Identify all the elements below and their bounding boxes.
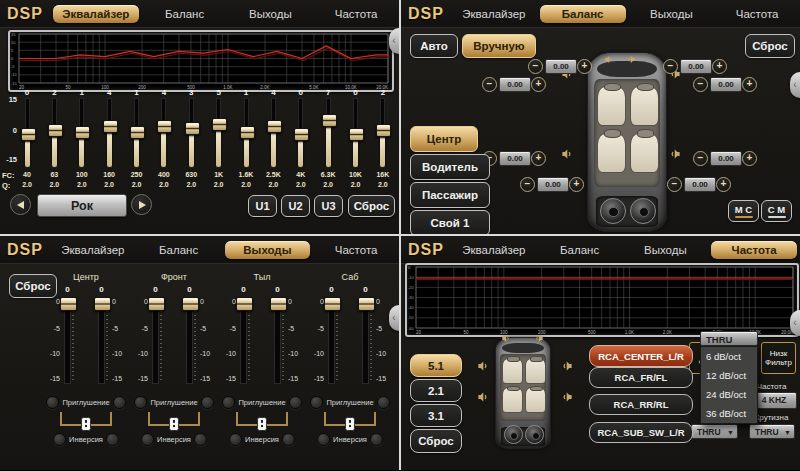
- mute-checkbox-left[interactable]: [134, 396, 147, 409]
- slider-knob[interactable]: [294, 128, 309, 141]
- mode-button-5-1[interactable]: 5.1: [410, 354, 462, 377]
- output-slider[interactable]: 0: [358, 285, 373, 389]
- tab-balance[interactable]: Баланс: [142, 3, 228, 25]
- output-slider[interactable]: 0: [236, 285, 251, 389]
- invert-checkbox-right[interactable]: [282, 433, 295, 446]
- output-slider[interactable]: 0: [182, 285, 197, 389]
- tab-frequency[interactable]: Частота: [313, 3, 399, 25]
- cm-button[interactable]: C M: [761, 200, 792, 222]
- slider-knob[interactable]: [185, 122, 200, 135]
- eq-band-slider[interactable]: [15, 99, 39, 167]
- tab-equalizer[interactable]: Эквалайзер: [451, 3, 537, 25]
- eq-band-slider[interactable]: [97, 99, 121, 167]
- memory-button-u2[interactable]: U2: [281, 195, 310, 217]
- tab-frequency[interactable]: Частота: [714, 3, 800, 25]
- slider-knob[interactable]: [148, 297, 165, 311]
- balance-manual-button[interactable]: Вручную: [462, 34, 536, 58]
- slider-knob[interactable]: [21, 128, 36, 141]
- drawer-handle[interactable]: ‹: [389, 28, 399, 54]
- balance-preset-passenger[interactable]: Пассажир: [410, 182, 490, 208]
- mute-checkbox-left[interactable]: [310, 396, 323, 409]
- eq-band-slider[interactable]: [125, 99, 149, 167]
- slider-knob[interactable]: [130, 126, 145, 139]
- eq-band-slider[interactable]: [289, 99, 313, 167]
- balance-preset-custom[interactable]: Свой 1: [410, 210, 490, 234]
- eq-band-slider[interactable]: [344, 99, 368, 167]
- plus-button[interactable]: +: [577, 59, 592, 74]
- plus-button[interactable]: +: [712, 59, 727, 74]
- drawer-handle[interactable]: ‹: [790, 310, 800, 336]
- tab-equalizer[interactable]: Эквалайзер: [451, 239, 537, 261]
- output-slider-zone[interactable]: [94, 297, 109, 383]
- slider-knob[interactable]: [240, 126, 255, 139]
- invert-checkbox-right[interactable]: [370, 433, 383, 446]
- slider-knob[interactable]: [358, 297, 375, 311]
- rca-channel-button[interactable]: RCA_FR/FL: [589, 367, 693, 388]
- output-slider-zone[interactable]: [270, 297, 285, 383]
- minus-button[interactable]: −: [667, 177, 682, 192]
- mc-button[interactable]: M C: [728, 200, 759, 222]
- memory-button-u3[interactable]: U3: [314, 195, 343, 217]
- balance-preset-center[interactable]: Центр: [410, 126, 478, 152]
- slope-dropdown-selected[interactable]: THRU: [700, 331, 758, 346]
- slider-knob[interactable]: [75, 126, 90, 139]
- plus-button[interactable]: +: [742, 151, 757, 166]
- eq-reset-button[interactable]: Сброс: [348, 195, 395, 217]
- output-slider[interactable]: 0: [94, 285, 109, 389]
- tab-outputs[interactable]: Выходы: [225, 241, 311, 259]
- plus-button[interactable]: +: [531, 151, 546, 166]
- minus-button[interactable]: −: [693, 151, 708, 166]
- rca-channel-button[interactable]: RCA_CENTER_L/R: [589, 345, 693, 367]
- plus-button[interactable]: +: [716, 177, 731, 192]
- freq-reset-button[interactable]: Сброс: [410, 429, 462, 453]
- output-slider[interactable]: 0: [270, 285, 285, 389]
- mute-checkbox-right[interactable]: [377, 396, 390, 409]
- output-slider-zone[interactable]: [324, 297, 339, 383]
- plus-button[interactable]: +: [531, 77, 546, 92]
- minus-button[interactable]: −: [482, 77, 497, 92]
- slider-knob[interactable]: [212, 118, 227, 131]
- preset-display[interactable]: Рок: [37, 194, 127, 217]
- slider-knob[interactable]: [236, 297, 253, 311]
- balance-preset-driver[interactable]: Водитель: [410, 154, 490, 180]
- slider-knob[interactable]: [157, 120, 172, 133]
- eq-band-slider[interactable]: [371, 99, 395, 167]
- balance-auto-button[interactable]: Авто: [410, 34, 458, 58]
- mute-checkbox-left[interactable]: [46, 396, 59, 409]
- plus-button[interactable]: +: [569, 177, 584, 192]
- rca-channel-button[interactable]: RCA_RR/RL: [589, 394, 693, 415]
- slider-knob[interactable]: [322, 114, 337, 127]
- invert-checkbox-right[interactable]: [194, 433, 207, 446]
- invert-checkbox-left[interactable]: [141, 433, 154, 446]
- minus-button[interactable]: −: [528, 59, 543, 74]
- dropdown-option[interactable]: 6 dB/oct: [701, 347, 757, 366]
- eq-band-slider[interactable]: [316, 99, 340, 167]
- output-slider[interactable]: 0: [60, 285, 75, 389]
- tab-balance[interactable]: Баланс: [540, 5, 626, 23]
- slider-knob[interactable]: [267, 120, 282, 133]
- slider-knob[interactable]: [324, 297, 341, 311]
- drawer-handle[interactable]: ‹: [790, 72, 800, 98]
- output-slider-zone[interactable]: [358, 297, 373, 383]
- dropdown-option[interactable]: 24 dB/oct: [701, 385, 757, 404]
- eq-band-slider[interactable]: [207, 99, 231, 167]
- output-slider-zone[interactable]: [236, 297, 251, 383]
- invert-checkbox-left[interactable]: [317, 433, 330, 446]
- output-slider-zone[interactable]: [182, 297, 197, 383]
- memory-button-u1[interactable]: U1: [248, 195, 277, 217]
- invert-checkbox-left[interactable]: [53, 433, 66, 446]
- output-slider[interactable]: 0: [148, 285, 163, 389]
- rca-channel-button[interactable]: RCA_SUB_SW_L/R: [589, 422, 693, 443]
- slider-knob[interactable]: [48, 124, 63, 137]
- preset-next-button[interactable]: [131, 194, 152, 215]
- mode-button-3-1[interactable]: 3.1: [410, 404, 462, 427]
- output-slider-zone[interactable]: [60, 297, 75, 383]
- tab-outputs[interactable]: Выходы: [623, 239, 709, 261]
- invert-checkbox-right[interactable]: [106, 433, 119, 446]
- eq-band-slider[interactable]: [152, 99, 176, 167]
- slider-knob[interactable]: [103, 120, 118, 133]
- thru-select-right[interactable]: THRU ▼: [749, 424, 795, 439]
- eq-band-slider[interactable]: [42, 99, 66, 167]
- tab-balance[interactable]: Баланс: [136, 239, 222, 261]
- tab-equalizer[interactable]: Эквалайзер: [50, 239, 136, 261]
